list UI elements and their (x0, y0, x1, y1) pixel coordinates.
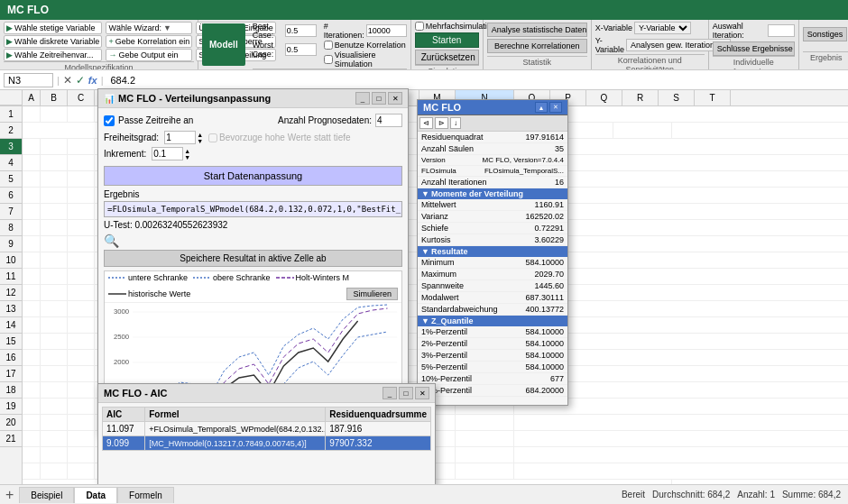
aic-max-button[interactable]: □ (399, 387, 413, 399)
stats-section-quantile[interactable]: ▼ Z_Quantile (418, 316, 567, 326)
korr-group-title: Korrelationen und Sensitivitäten (595, 54, 705, 70)
chart-legend: untere Schranke obere Schranke Holt-Wint… (105, 271, 401, 303)
status-bar: Bereit Durchschnitt: 684,2 Anzahl: 1 Sum… (622, 490, 848, 499)
row-num-19: 19 (0, 399, 22, 415)
aic-row[interactable]: 11.097+FLOsimula_TemporalS_WPmodel(684.2… (103, 422, 431, 436)
stats-title: MC FLO (423, 102, 461, 113)
row-num-2: 2 (0, 123, 22, 139)
menu-korrelation[interactable]: + Gebe Korrelation ein (106, 35, 192, 48)
stats-titlebar[interactable]: MC FLO ▲ ✕ (418, 100, 567, 115)
anzahl-input[interactable] (375, 114, 402, 127)
ergebnis-label: Ergebnis (104, 189, 139, 199)
iter-val: 16 (555, 178, 564, 187)
row-num-12: 12 (0, 285, 22, 301)
zoom-icon[interactable]: 🔍 (104, 234, 119, 248)
freiheitsgrad-input[interactable] (164, 131, 196, 144)
corr-checkbox[interactable] (324, 41, 333, 50)
row-num-6: 6 (0, 188, 22, 204)
aic-close-button[interactable]: ✕ (415, 387, 429, 399)
fx-separator: | (57, 75, 60, 86)
aic-dialog[interactable]: MC FLO - AIC _ □ ✕ AIC Formel Residuenqu… (97, 383, 436, 487)
stats-section-resultate[interactable]: ▼ Resultate (418, 246, 567, 257)
passe-zeitreihe-checkbox[interactable] (104, 115, 115, 126)
bottom-bar: + Beispiel Data Formeln Bereit Durchschn… (0, 484, 848, 504)
menu-zeitreihenvar[interactable]: ▶ Wähle Zeitreihenvar... (4, 49, 102, 61)
u-test-text: U-Test: 0.00263240552623932 (104, 220, 402, 230)
bevorzuge-checkbox[interactable] (208, 133, 217, 142)
analyse-stat-button[interactable]: Analyse statistische Daten (487, 23, 587, 37)
version-label: Version (421, 156, 446, 164)
inkrement-down[interactable]: ▼ (184, 154, 190, 160)
menu-wizard[interactable]: Wähle Wizard: ▼ (106, 22, 192, 34)
inkrement-label: Inkrement: (104, 149, 146, 159)
row-num-21: 21 (0, 431, 22, 447)
formula-input[interactable] (107, 75, 845, 86)
tab-beispiel[interactable]: Beispiel (19, 487, 74, 503)
aic-titlebar[interactable]: MC FLO - AIC _ □ ✕ (98, 384, 435, 403)
aic-title: MC FLO - AIC (104, 388, 167, 399)
stats-row-minimum: Minimum584.10000 (418, 257, 567, 269)
fx-confirm-icon[interactable]: ✓ (76, 74, 85, 87)
stats-btn-2[interactable]: ⊳ (435, 117, 448, 129)
best-case-input[interactable] (285, 24, 317, 37)
verteilung-min-button[interactable]: _ (355, 92, 370, 105)
col-header-r: R (622, 90, 659, 105)
stats-row-quantile: 3%-Perzentil584.10000 (418, 350, 567, 362)
simulieren-button[interactable]: Simulieren (346, 288, 398, 300)
stats-section-momente[interactable]: ▼ Momente der Verteilung (418, 188, 567, 199)
row-num-14: 14 (0, 317, 22, 334)
row-num-15: 15 (0, 334, 22, 350)
menu-stetige-variable[interactable]: ▶ Wähle stetige Variable (4, 22, 102, 34)
stats-dialog[interactable]: MC FLO ▲ ✕ ⊲ ⊳ ↓ Residuenquadrat 197.916… (417, 99, 568, 406)
multisim-checkbox[interactable] (415, 22, 424, 31)
menu-output[interactable]: → Gebe Output ein (106, 49, 192, 61)
start-button[interactable]: Starten (415, 32, 479, 48)
start-datenanpassung-button[interactable]: Start Datenanpassung (104, 166, 402, 186)
fx-icon[interactable]: fx (88, 75, 97, 86)
model-box[interactable]: Modell (202, 23, 245, 66)
stats-up-button[interactable]: ▲ (535, 102, 548, 113)
stats-row-flosimula: FLOsimula FLOsimula_TemporalS... (418, 166, 567, 177)
fx-cancel-icon[interactable]: ✕ (63, 74, 72, 87)
row-num-5: 5 (0, 171, 22, 188)
berechne-korr-button[interactable]: Berechne Korrelationen (487, 39, 587, 53)
sonstiges-group-title: Ergebnis (803, 51, 848, 62)
stats-btn-1[interactable]: ⊲ (419, 117, 433, 129)
inkrement-input[interactable] (152, 147, 183, 160)
x-variable-select[interactable]: Y-Variable (634, 22, 691, 34)
aic-row[interactable]: 9.099[MC_HWmodel(0.13217,0.7849,0.00745,… (103, 436, 431, 451)
menu-diskrete-variable[interactable]: ▶ Wähle diskrete Variable (4, 35, 102, 48)
stats-close-button[interactable]: ✕ (549, 102, 562, 113)
inkrement-up[interactable]: ▲ (184, 148, 190, 154)
col-header-t: T (695, 90, 731, 105)
aic-min-button[interactable]: _ (383, 387, 397, 399)
worst-case-input[interactable] (285, 43, 317, 56)
freiheitsgrad-up[interactable]: ▲ (197, 132, 203, 138)
reset-button[interactable]: Zurücksetzen (415, 50, 479, 65)
stats-row-quantile: 10%-Perzentil677 (418, 373, 567, 385)
stats-group-title: Statistik (487, 56, 587, 67)
tab-data[interactable]: Data (74, 487, 117, 503)
verteilung-close-button[interactable]: ✕ (388, 92, 402, 105)
speichere-button[interactable]: Speichere Resultat in aktive Zelle ab (104, 250, 402, 267)
row-num-4: 4 (0, 155, 22, 171)
schlüsse-button[interactable]: Schlüsse Ergebnisse (713, 41, 795, 56)
add-sheet-button[interactable]: + (0, 485, 19, 505)
vis-checkbox[interactable] (324, 55, 333, 64)
fx-separator2: | (101, 75, 104, 86)
verteilung-icon: 📊 (104, 94, 115, 104)
stats-row-modalwert: Modalwert687.30111 (418, 292, 567, 304)
auswahl-input[interactable] (768, 24, 795, 37)
name-box[interactable] (4, 73, 53, 87)
svg-text:2000: 2000 (114, 358, 130, 366)
tab-formeln[interactable]: Formeln (117, 487, 174, 503)
stats-toolbar: ⊲ ⊳ ↓ (418, 115, 567, 132)
verteilung-max-button[interactable]: □ (372, 92, 386, 105)
ergebnis-box[interactable]: =FLOsimula_TemporalS_WPmodel(684.2,0.132… (104, 201, 402, 217)
sonstiges-button[interactable]: Sonstiges (803, 27, 848, 41)
stats-btn-3[interactable]: ↓ (450, 117, 461, 129)
verteilung-titlebar[interactable]: 📊 MC FLO - Verteilungsanpassung _ □ ✕ (98, 89, 408, 108)
col-header-b: B (41, 90, 68, 105)
freiheitsgrad-down[interactable]: ▼ (197, 138, 203, 144)
iterations-input[interactable] (366, 24, 407, 37)
